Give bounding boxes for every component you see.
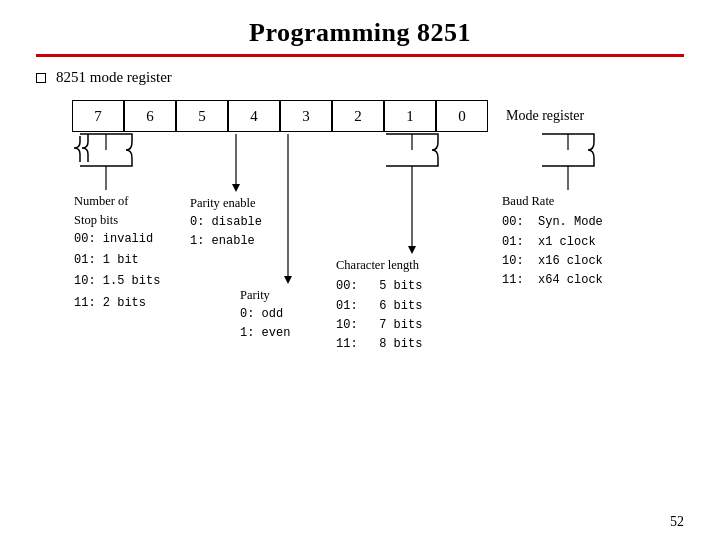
section-label: 8251 mode register <box>56 69 172 86</box>
svg-marker-10 <box>284 276 292 284</box>
bit-6: 6 <box>124 100 176 132</box>
baud-rate-label: Baud Rate 00: Syn. Mode 01: x1 clock 10:… <box>502 192 603 290</box>
bit-0: 0 <box>436 100 488 132</box>
register-row: 7 6 5 4 3 2 1 0 Mode register <box>72 100 684 132</box>
bit-5: 5 <box>176 100 228 132</box>
bit-4: 4 <box>228 100 280 132</box>
section-header: 8251 mode register <box>36 69 684 86</box>
diagram-area: Number of Stop bits 00: invalid 01: 1 bi… <box>72 132 684 472</box>
bit-7: 7 <box>72 100 124 132</box>
page: Programming 8251 8251 mode register 7 6 … <box>0 0 720 540</box>
bullet-icon <box>36 73 46 83</box>
bit-2: 2 <box>332 100 384 132</box>
parity-label: Parity 0: odd 1: even <box>240 286 290 343</box>
bit-3: 3 <box>280 100 332 132</box>
stop-bits-label: Number of Stop bits <box>74 192 129 231</box>
mode-register-label: Mode register <box>506 108 584 124</box>
svg-marker-5 <box>232 184 240 192</box>
bit-1: 1 <box>384 100 436 132</box>
baud-rate-values: 00: Syn. Mode 01: x1 clock 10: x16 clock… <box>502 213 603 290</box>
red-divider <box>36 54 684 57</box>
stop-bits-values: 00: invalid 01: 1 bit 10: 1.5 bits 11: 2… <box>74 228 160 313</box>
page-number: 52 <box>670 514 684 530</box>
char-length-values: 00: 5 bits 01: 6 bits 10: 7 bits 11: 8 b… <box>336 277 422 354</box>
svg-marker-8 <box>408 246 416 254</box>
parity-enable-label: Parity enable 0: disable 1: enable <box>190 194 262 251</box>
char-length-label: Character length 00: 5 bits 01: 6 bits 1… <box>336 256 422 354</box>
page-title: Programming 8251 <box>36 18 684 48</box>
